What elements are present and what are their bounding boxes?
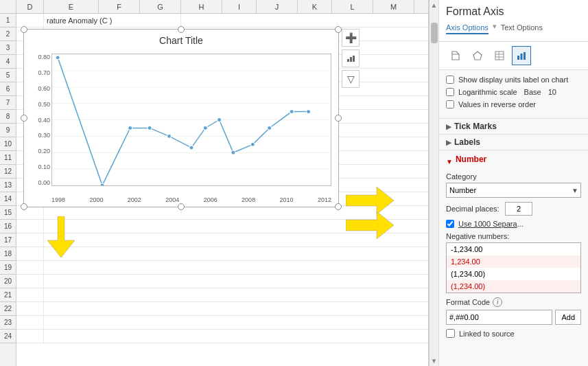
arrow-decimal <box>346 211 394 241</box>
col-header-f[interactable]: F <box>99 0 140 13</box>
scroll-up-arrow[interactable]: ▲ <box>431 1 438 9</box>
neg-option-3[interactable]: (1,234.00) <box>447 280 580 293</box>
logarithmic-scale-checkbox[interactable] <box>446 88 454 96</box>
cell-row-20 <box>16 275 428 288</box>
x-label-0: 1998 <box>51 196 65 203</box>
labels-header[interactable]: ▶ Labels <box>439 134 588 150</box>
cell-e1[interactable]: rature Anomaly (C ) <box>44 14 181 27</box>
cell-d18[interactable] <box>16 247 44 261</box>
tab-text-options[interactable]: Text Options <box>501 22 543 34</box>
panel-title: Format Axis <box>446 5 581 18</box>
row-num-16: 16 <box>0 220 16 233</box>
svg-point-21 <box>306 110 310 114</box>
handle-tl[interactable] <box>21 26 27 33</box>
negative-numbers-label: Negative numbers: <box>446 232 581 240</box>
chart-svg <box>52 54 331 185</box>
format-axis-panel: Format Axis Axis Options ▾ Text Options … <box>438 0 588 366</box>
cell-row-1: rature Anomaly (C ) <box>16 14 428 27</box>
number-section-title: Number <box>456 155 486 164</box>
category-select-wrapper: Number General Currency Accounting Date … <box>446 183 581 198</box>
cell-d19[interactable] <box>16 261 44 275</box>
cell-d21[interactable] <box>16 288 44 302</box>
scroll-down-arrow[interactable]: ▼ <box>431 357 438 365</box>
x-label-3: 2004 <box>165 196 179 203</box>
add-button[interactable]: Add <box>555 310 581 325</box>
row-num-10: 10 <box>0 137 16 151</box>
tab-axis-options[interactable]: Axis Options <box>446 22 489 34</box>
col-header-g[interactable]: G <box>140 0 181 13</box>
y-label-8: 0.00 <box>38 179 50 186</box>
row-num-13: 13 <box>0 179 16 192</box>
chart-container[interactable]: Chart Title 0.80 0.70 0.60 0.50 0.40 0.3… <box>23 29 339 207</box>
row-num-8: 8 <box>0 110 16 124</box>
chart-toolbar: ➕ ▽ <box>342 29 360 88</box>
svg-point-10 <box>100 183 104 185</box>
x-label-7: 2012 <box>318 196 331 203</box>
cell-row-24 <box>16 330 428 343</box>
bar-chart-icon-btn[interactable] <box>512 46 531 65</box>
handle-br[interactable] <box>335 203 342 210</box>
tick-marks-header[interactable]: ▶ Tick Marks <box>439 118 588 134</box>
number-header[interactable]: ▼ Number <box>446 155 581 168</box>
x-label-2: 2002 <box>128 196 141 203</box>
pentagon-icon-btn[interactable] <box>468 46 487 65</box>
neg-option-1[interactable]: 1,234.00 <box>447 255 580 268</box>
handle-tr[interactable] <box>335 26 342 33</box>
filter-button[interactable]: ▽ <box>342 70 360 88</box>
show-display-units-checkbox[interactable] <box>446 76 454 84</box>
y-axis-labels: 0.80 0.70 0.60 0.50 0.40 0.30 0.20 0.10 … <box>25 54 50 186</box>
x-axis-labels: 1998 2000 2002 2004 2006 2008 2010 2012 <box>51 194 331 205</box>
values-reverse-label: Values in reverse order <box>458 100 536 108</box>
cell-d17[interactable] <box>16 233 44 247</box>
chart-inner <box>51 54 331 186</box>
format-code-info-icon[interactable]: i <box>493 297 502 307</box>
use-separator-row: Use 1000 Separa... <box>446 220 581 228</box>
format-code-input[interactable] <box>446 310 552 325</box>
col-header-l[interactable]: L <box>332 0 373 13</box>
linked-to-source-label: Linked to source <box>459 330 515 338</box>
vertical-scrollbar[interactable]: ▲ ▼ <box>429 0 438 366</box>
neg-option-2[interactable]: (1,234.00) <box>447 268 580 280</box>
chart-style-button[interactable] <box>342 49 360 67</box>
col-header-j[interactable]: J <box>257 0 298 13</box>
row-numbers: 1 2 3 4 5 6 7 8 9 10 11 12 13 14 15 16 1… <box>0 14 16 366</box>
col-header-h[interactable]: H <box>181 0 222 13</box>
labels-label: Labels <box>454 137 480 147</box>
handle-bl[interactable] <box>21 203 27 210</box>
col-header-e[interactable]: E <box>44 0 99 13</box>
x-label-4: 2006 <box>204 196 217 203</box>
col-header-m[interactable]: M <box>373 0 414 13</box>
category-select[interactable]: Number General Currency Accounting Date … <box>446 183 581 198</box>
cell-d22[interactable] <box>16 302 44 316</box>
row-num-12: 12 <box>0 165 16 179</box>
decimal-places-input[interactable] <box>505 202 532 216</box>
cell-row-23 <box>16 316 428 330</box>
paint-bucket-icon-btn[interactable] <box>446 46 465 65</box>
cell-d1[interactable] <box>16 14 44 27</box>
handle-tm[interactable] <box>178 26 185 33</box>
axis-options-section: Show display units label on chart Logari… <box>439 70 588 118</box>
row-num-2: 2 <box>0 27 16 41</box>
logarithmic-scale-label: Logarithmic scale <box>458 88 517 96</box>
row-num-1: 1 <box>0 14 16 27</box>
values-reverse-checkbox[interactable] <box>446 100 454 108</box>
table-icon-btn[interactable] <box>490 46 509 65</box>
col-header-k[interactable]: K <box>298 0 332 13</box>
linked-to-source-checkbox[interactable] <box>446 329 455 338</box>
cell-d16[interactable] <box>16 220 44 233</box>
neg-option-0[interactable]: -1,234.00 <box>447 243 580 255</box>
y-label-1: 0.70 <box>38 69 50 76</box>
add-element-button[interactable]: ➕ <box>342 29 360 47</box>
cell-d23[interactable] <box>16 316 44 330</box>
use-separator-checkbox[interactable] <box>446 220 454 228</box>
svg-rect-32 <box>524 52 526 60</box>
format-code-row: Add <box>446 310 581 325</box>
row-num-3: 3 <box>0 41 16 55</box>
cell-d20[interactable] <box>16 275 44 288</box>
handle-mr[interactable] <box>335 115 342 122</box>
scroll-thumb[interactable] <box>431 23 438 43</box>
col-header-d[interactable]: D <box>16 0 44 13</box>
row-num-15: 15 <box>0 206 16 220</box>
cell-d24[interactable] <box>16 330 44 343</box>
col-header-i[interactable]: I <box>222 0 257 13</box>
